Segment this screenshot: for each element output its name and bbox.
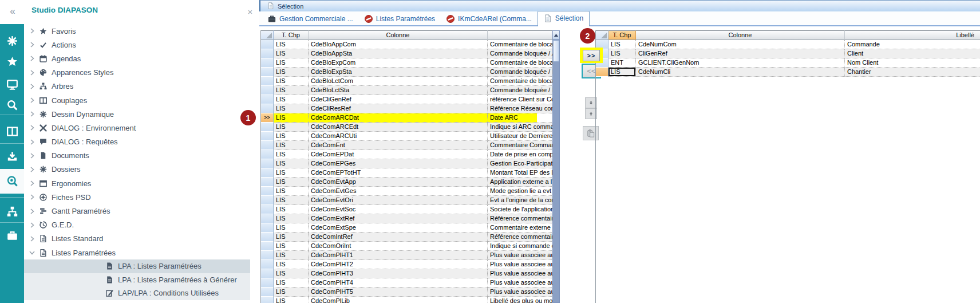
cell-colonne[interactable]: CdeComEvtGes (309, 187, 488, 196)
cell-libelle[interactable]: Indique si commande d'o (488, 242, 553, 251)
column-header-libelle[interactable] (488, 30, 553, 40)
table-row[interactable]: LISCdeBloExpStaCommande bloquée / Lo (261, 68, 553, 77)
chevron-right-icon[interactable] (29, 194, 35, 200)
cell-tchp[interactable]: LIS (274, 113, 309, 123)
cell-tchp[interactable]: LIS (608, 68, 636, 77)
cell-tchp[interactable]: LIS (274, 49, 309, 58)
chevron-right-icon[interactable] (29, 166, 35, 173)
row-selector[interactable] (261, 251, 274, 260)
row-selector[interactable] (261, 132, 274, 141)
table-row[interactable]: LISCdeBloLctStaCommande bloquée / La (261, 86, 553, 95)
cell-tchp[interactable]: LIS (274, 68, 309, 77)
cell-libelle[interactable]: Commentaire de blocage (488, 77, 553, 86)
cell-colonne[interactable]: CdeComEvtApp (309, 178, 488, 187)
row-selector[interactable] (261, 168, 274, 178)
cell-colonne[interactable]: CdeComIntRef (309, 233, 488, 242)
table-row[interactable]: LISCdeBloLctComCommentaire de blocage (261, 77, 553, 86)
cell-colonne[interactable]: CdeNumCom (636, 40, 845, 49)
cell-tchp[interactable]: LIS (274, 159, 309, 168)
cell-tchp[interactable]: LIS (274, 40, 309, 49)
cell-colonne[interactable]: CdeBloExpCom (309, 58, 488, 68)
row-selector[interactable] (261, 178, 274, 187)
cell-libelle[interactable]: Commande (845, 40, 980, 49)
tab-s-lection[interactable]: Sélection (538, 11, 590, 26)
table-row[interactable]: LISCdeComEntCommentaire Commande (261, 141, 553, 150)
table-row[interactable]: LISCdeBloAppComCommentaire de blocage (261, 40, 553, 49)
cell-tchp[interactable]: LIS (274, 251, 309, 260)
table-row[interactable]: >>LISCdeComARCDatDate ARC (261, 113, 553, 123)
table-row[interactable]: LISCliGenRefClient (596, 49, 980, 58)
sidebar-item-dialog-environnement[interactable]: DIALOG : Environnement (24, 121, 250, 135)
cell-colonne[interactable]: CdeComARCEdt (309, 123, 488, 132)
cell-colonne[interactable]: CliGenRef (636, 49, 845, 58)
cell-libelle[interactable]: Chantier (845, 68, 980, 77)
chevron-right-icon[interactable] (29, 97, 35, 104)
row-selector[interactable] (261, 242, 274, 251)
cell-tchp[interactable]: LIS (274, 86, 309, 95)
cell-colonne[interactable]: CdeBloLctSta (309, 86, 488, 95)
row-selector[interactable] (261, 77, 274, 86)
cell-tchp[interactable]: LIS (274, 150, 309, 159)
row-selector[interactable] (261, 233, 274, 242)
row-selector[interactable] (596, 68, 608, 77)
cell-libelle[interactable]: Commentaire de blocage (488, 58, 553, 68)
add-column-button[interactable]: >> (583, 50, 600, 61)
table-row[interactable]: LISCdeComPlLibLibellé des plus ou moin (261, 297, 553, 303)
sidebar-item-apparences-styles[interactable]: Apparences Styles (24, 66, 250, 80)
cell-tchp[interactable]: LIS (274, 141, 309, 150)
cell-colonne[interactable]: CdeComEnt (309, 141, 488, 150)
cell-colonne[interactable]: CdeComPlLib (309, 297, 488, 303)
chevron-right-icon[interactable] (29, 180, 35, 187)
column-header-colonne[interactable]: Colonne (309, 30, 488, 40)
column-header-tchp[interactable]: T. Chp (608, 30, 636, 40)
sidebar-item-couplages[interactable]: Couplages (24, 93, 250, 107)
cell-libelle[interactable]: Gestion Eco-Participatio (488, 159, 553, 168)
chevron-right-icon[interactable] (29, 27, 35, 34)
row-selector[interactable] (261, 40, 274, 49)
sidebar-item-listes-param-tr-es[interactable]: Listes Paramétrées (24, 246, 250, 259)
cell-colonne[interactable]: CdeComEPDat (309, 150, 488, 159)
cell-colonne[interactable]: CdeBloAppCom (309, 40, 488, 49)
sitemap-icon[interactable] (0, 200, 24, 222)
cell-libelle[interactable]: Montant Total EP des Li (488, 168, 553, 178)
star-icon[interactable] (0, 50, 24, 72)
sidebar-item-lpa-listes-param-tr-es-g-n-rer[interactable]: LPA : Listes Paramétrées à Générer (24, 273, 250, 287)
search-location-icon[interactable] (0, 169, 24, 194)
cell-tchp[interactable]: LIS (274, 187, 309, 196)
cell-libelle[interactable]: Date de prise en compte (488, 150, 553, 159)
cell-tchp[interactable]: LIS (274, 269, 309, 278)
cell-colonne[interactable]: CdeComExtSpe (309, 223, 488, 233)
cell-libelle[interactable]: Référence commentaire (488, 233, 553, 242)
cell-libelle[interactable]: Application externe a l'o (488, 178, 553, 187)
cell-colonne[interactable]: CdeBloAppSta (309, 49, 488, 58)
cell-tchp[interactable]: LIS (274, 95, 309, 104)
cell-colonne[interactable]: CdeComPlHT4 (309, 278, 488, 288)
sidebar-item-g-e-d-[interactable]: G.E.D. (24, 218, 250, 232)
sidebar-item-fiches-psd[interactable]: Fiches PSD (24, 190, 250, 204)
cell-colonne[interactable]: GCLIENT.CliGenNom (636, 58, 845, 68)
sidebar-item-agendas[interactable]: Agendas (24, 52, 250, 65)
chevron-right-icon[interactable] (29, 139, 35, 145)
chevron-down-icon[interactable] (29, 249, 35, 256)
cell-tchp[interactable]: LIS (274, 214, 309, 223)
row-selector[interactable] (261, 278, 274, 288)
sidebar-item-lpa-listes-param-tr-es[interactable]: LPA : Listes Paramétrées (24, 259, 250, 273)
sidebar-item-documents[interactable]: Documents (24, 149, 250, 163)
chevron-right-icon[interactable] (29, 208, 35, 215)
column-header-libelle[interactable]: Libellé (845, 30, 980, 40)
sidebar-item-lap-lpa-conditions-utilis-es[interactable]: LAP/LPA : Conditions Utilisées (24, 286, 250, 300)
row-selector[interactable] (261, 141, 274, 150)
chevron-right-icon[interactable] (29, 222, 35, 229)
row-selector[interactable] (261, 49, 274, 58)
cell-colonne[interactable]: CdeComPlHT1 (309, 251, 488, 260)
table-row[interactable]: LISCdeComEPTotHTMontant Total EP des Li (261, 168, 553, 178)
cell-libelle[interactable]: Utilisateur de Derniere s (488, 132, 553, 141)
sidebar-item-listes-standard[interactable]: Listes Standard (24, 232, 250, 246)
table-row[interactable]: LISCdeComExtSpeCommentaire externe sp (261, 223, 553, 233)
cell-colonne[interactable]: CdeComOriInt (309, 242, 488, 251)
cell-colonne[interactable]: CdeCliGenRef (309, 95, 488, 104)
sidebar-collapse-button[interactable]: « (6, 5, 19, 18)
table-row[interactable]: LISCdeComEvtAppApplication externe a l'o (261, 178, 553, 187)
cell-tchp[interactable]: LIS (274, 178, 309, 187)
download-icon[interactable] (0, 145, 24, 167)
